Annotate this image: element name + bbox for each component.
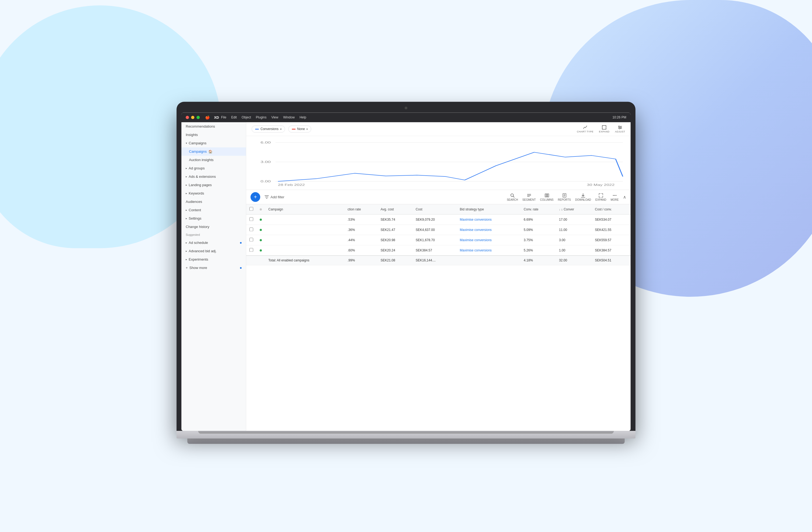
sidebar-item-show-more[interactable]: + Show more	[182, 264, 246, 272]
row3-checkbox[interactable]	[246, 235, 257, 245]
chart-type-tool[interactable]: CHART TYPE	[577, 125, 594, 133]
menu-window[interactable]: Window	[283, 116, 295, 119]
svg-point-29	[614, 195, 615, 196]
row4-bid-strategy[interactable]: Maximise conversions	[456, 245, 520, 256]
row2-select[interactable]	[249, 227, 253, 231]
menu-file[interactable]: File	[221, 116, 226, 119]
expand-chart-tool[interactable]: EXPAND	[599, 125, 610, 133]
sidebar-item-ad-groups[interactable]: ▸ Ad groups	[182, 164, 246, 172]
chart-toolbar: Conversions ▾ None ▾	[246, 122, 630, 136]
sidebar-item-experiments[interactable]: ▸ Experiments	[182, 255, 246, 264]
menu-plugins[interactable]: Plugins	[256, 116, 266, 119]
more-label: MORE	[611, 198, 619, 201]
conversions-label: Conversions	[261, 127, 279, 131]
camera	[405, 106, 407, 109]
search-tool[interactable]: SEARCH	[507, 193, 518, 201]
sidebar-item-landing-pages[interactable]: ▸ Landing pages	[182, 181, 246, 189]
sidebar-item-ad-schedule[interactable]: ▸ Ad schedule	[182, 238, 246, 247]
blue-line-indicator	[255, 129, 259, 130]
mac-topbar: 🍎 XD File Edit Object Plugins View Windo…	[182, 113, 630, 122]
campaigns-table: Campaign ction rate Avg. cost Cost Bid s…	[246, 204, 630, 265]
adjust-label: ADJUST	[615, 130, 625, 133]
row4-select[interactable]	[249, 248, 253, 252]
columns-tool[interactable]: COLUMNS	[540, 193, 554, 201]
row4-campaign	[265, 245, 345, 256]
sidebar-item-ads-extensions[interactable]: ▸ Ads & extensions	[182, 172, 246, 181]
segment-tool[interactable]: SEGMENT	[522, 193, 536, 201]
row1-campaign	[265, 215, 345, 225]
menu-help[interactable]: Help	[300, 116, 306, 119]
download-tool[interactable]: DOWNLOAD	[575, 193, 591, 201]
sidebar-item-recommendations[interactable]: Recommendations	[182, 122, 246, 131]
sidebar-item-campaigns-header[interactable]: ▾ Campaigns	[182, 139, 246, 147]
row1-action-rate: .53%	[345, 215, 377, 225]
download-icon	[581, 193, 585, 198]
columns-label: COLUMNS	[540, 198, 554, 201]
landing-caret: ▸	[186, 183, 187, 187]
header-conversions[interactable]: ↓ ↓ Conver	[556, 204, 592, 215]
row3-status	[257, 235, 265, 245]
header-campaign[interactable]: Campaign	[265, 204, 345, 215]
total-cost-conv: SEK504.51	[592, 255, 630, 265]
header-conv-rate[interactable]: Conv. rate	[520, 204, 556, 215]
sidebar-item-keywords[interactable]: ▸ Keywords	[182, 189, 246, 197]
conversions-chevron: ▾	[280, 128, 281, 131]
reports-tool[interactable]: REPORTS	[558, 193, 571, 201]
row3-select[interactable]	[249, 238, 253, 241]
row1-checkbox[interactable]	[246, 215, 257, 225]
sidebar-item-insights[interactable]: Insights	[182, 131, 246, 139]
sidebar: Recommendations Insights ▾ Campaigns Cam…	[182, 122, 246, 431]
menu-edit[interactable]: Edit	[231, 116, 237, 119]
sidebar-item-audiences[interactable]: Audiences	[182, 197, 246, 206]
header-avg-cost[interactable]: Avg. cost	[377, 204, 412, 215]
filter-button[interactable]: Add filter	[264, 195, 284, 199]
advanced-bid-caret: ▸	[186, 250, 187, 252]
expand-table-tool[interactable]: EXPAND	[595, 193, 606, 201]
collapse-button[interactable]: ∧	[623, 194, 626, 200]
close-button[interactable]	[186, 116, 189, 119]
laptop-container: 🍎 XD File Edit Object Plugins View Windo…	[176, 102, 636, 444]
none-label: None	[297, 127, 305, 131]
select-all-checkbox[interactable]	[249, 207, 253, 211]
sidebar-item-settings[interactable]: ▸ Settings	[182, 214, 246, 223]
camera-bar	[182, 105, 630, 111]
row3-cost: SEK1,678.70	[412, 235, 456, 245]
menu-object[interactable]: Object	[242, 116, 251, 119]
table-toolbar-right: SEARCH SEGMENT	[507, 193, 626, 201]
row2-conversions: 11.00	[556, 225, 592, 235]
row3-conversions: 3.00	[556, 235, 592, 245]
row4-checkbox[interactable]	[246, 245, 257, 256]
row3-bid-strategy[interactable]: Maximise conversions	[456, 235, 520, 245]
table-row: .44% SEK20.98 SEK1,678.70 Maximise conve…	[246, 235, 630, 245]
minimize-button[interactable]	[191, 116, 194, 119]
laptop-body: 🍎 XD File Edit Object Plugins View Windo…	[176, 102, 636, 431]
row2-bid-strategy[interactable]: Maximise conversions	[456, 225, 520, 235]
more-tool[interactable]: MORE	[611, 193, 619, 201]
adjust-icon	[618, 125, 623, 130]
sidebar-item-advanced-bid[interactable]: ▸ Advanced bid adj.	[182, 247, 246, 255]
none-pill[interactable]: None ▾	[288, 125, 311, 132]
sidebar-item-content[interactable]: ▸ Content	[182, 206, 246, 214]
add-filter-button[interactable]: +	[250, 192, 260, 202]
maximize-button[interactable]	[197, 116, 200, 119]
conversions-pill[interactable]: Conversions ▾	[251, 125, 285, 132]
menu-view[interactable]: View	[271, 116, 278, 119]
main-content: Conversions ▾ None ▾	[246, 122, 630, 431]
total-conv-rate: 4.18%	[520, 255, 556, 265]
header-bid-strategy[interactable]: Bid strategy type	[456, 204, 520, 215]
search-label: SEARCH	[507, 198, 518, 201]
header-cost-conv[interactable]: Cost / conv.	[592, 204, 630, 215]
header-action-rate[interactable]: ction rate	[345, 204, 377, 215]
expand-chart-icon	[602, 125, 607, 130]
row2-campaign	[265, 225, 345, 235]
sidebar-item-campaigns[interactable]: Campaigns 🏠	[182, 147, 246, 156]
svg-text:30 May 2022: 30 May 2022	[587, 183, 615, 187]
row1-select[interactable]	[249, 217, 253, 221]
sidebar-item-change-history[interactable]: Change history	[182, 223, 246, 231]
row2-checkbox[interactable]	[246, 225, 257, 235]
adjust-chart-tool[interactable]: ADJUST	[615, 125, 625, 133]
row1-bid-strategy[interactable]: Maximise conversions	[456, 215, 520, 225]
total-row: Total: All enabled campaigns .99% SEK21.…	[246, 255, 630, 265]
sidebar-item-auction-insights[interactable]: Auction insights	[182, 156, 246, 164]
header-cost[interactable]: Cost	[412, 204, 456, 215]
